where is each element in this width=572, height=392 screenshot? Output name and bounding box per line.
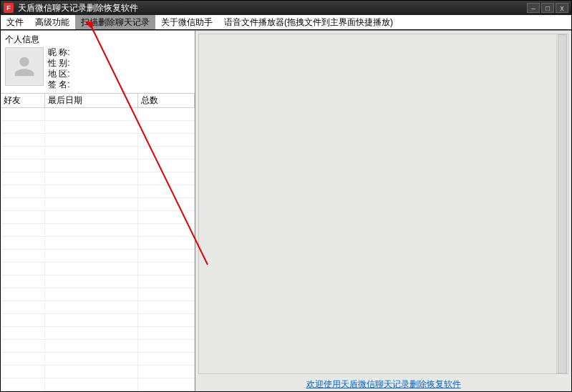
table-row[interactable] xyxy=(1,378,195,391)
menu-file[interactable]: 文件 xyxy=(1,15,29,29)
table-body[interactable] xyxy=(1,108,195,391)
table-row[interactable] xyxy=(1,275,195,288)
table-row[interactable] xyxy=(1,185,195,198)
table-row[interactable] xyxy=(1,108,195,121)
main-content: 个人信息 昵 称: 性 别: 地 区: 签 名: xyxy=(1,30,571,391)
table-row[interactable] xyxy=(1,301,195,314)
column-header-last-date[interactable]: 最后日期 xyxy=(45,94,138,107)
menu-voice-player[interactable]: 语音文件播放器(拖拽文件到主界面快捷播放) xyxy=(218,15,399,29)
avatar xyxy=(5,47,44,86)
minimize-button[interactable]: – xyxy=(527,3,540,13)
column-header-friend[interactable]: 好友 xyxy=(1,94,45,107)
table-row[interactable] xyxy=(1,147,195,160)
app-logo-icon: F xyxy=(4,3,14,13)
table-row[interactable] xyxy=(1,121,195,134)
table-row[interactable] xyxy=(1,353,195,366)
chat-content-area[interactable] xyxy=(198,34,568,374)
table-header: 好友 最后日期 总数 xyxy=(1,94,195,108)
profile-section: 个人信息 昵 称: 性 别: 地 区: 签 名: xyxy=(1,31,195,94)
footer-link-area: 欢迎使用天盾微信聊天记录删除恢复软件 xyxy=(195,377,571,391)
table-row[interactable] xyxy=(1,160,195,172)
vertical-scrollbar[interactable] xyxy=(556,34,568,373)
menubar: 文件 高级功能 扫描删除聊天记录 关于微信助手 语音文件播放器(拖拽文件到主界面… xyxy=(1,15,571,30)
maximize-button[interactable]: □ xyxy=(541,3,554,13)
window-controls: – □ x xyxy=(527,3,568,13)
table-row[interactable] xyxy=(1,172,195,185)
table-row[interactable] xyxy=(1,288,195,301)
profile-fields: 昵 称: 性 别: 地 区: 签 名: xyxy=(48,47,70,90)
column-header-count[interactable]: 总数 xyxy=(138,94,195,107)
table-row[interactable] xyxy=(1,327,195,340)
friends-table: 好友 最后日期 总数 xyxy=(1,94,195,391)
table-row[interactable] xyxy=(1,366,195,378)
table-row[interactable] xyxy=(1,224,195,237)
profile-signature-label: 签 名: xyxy=(48,79,70,90)
profile-section-title: 个人信息 xyxy=(5,34,190,46)
table-row[interactable] xyxy=(1,211,195,224)
menu-about[interactable]: 关于微信助手 xyxy=(155,15,218,29)
window-title: 天盾微信聊天记录删除恢复软件 xyxy=(18,2,527,14)
titlebar: F 天盾微信聊天记录删除恢复软件 – □ x xyxy=(1,1,571,15)
close-button[interactable]: x xyxy=(556,3,568,13)
table-row[interactable] xyxy=(1,263,195,275)
table-row[interactable] xyxy=(1,250,195,263)
avatar-placeholder-icon xyxy=(10,52,39,81)
profile-gender-label: 性 别: xyxy=(48,58,70,69)
table-row[interactable] xyxy=(1,198,195,211)
right-panel: 欢迎使用天盾微信聊天记录删除恢复软件 xyxy=(195,31,571,391)
left-panel: 个人信息 昵 称: 性 别: 地 区: 签 名: xyxy=(1,31,195,391)
scrollbar-thumb[interactable] xyxy=(558,34,567,373)
table-row[interactable] xyxy=(1,314,195,327)
table-row[interactable] xyxy=(1,134,195,147)
table-row[interactable] xyxy=(1,237,195,250)
menu-advanced[interactable]: 高级功能 xyxy=(29,15,75,29)
profile-nickname-label: 昵 称: xyxy=(48,47,70,58)
welcome-link[interactable]: 欢迎使用天盾微信聊天记录删除恢复软件 xyxy=(306,378,461,391)
table-row[interactable] xyxy=(1,340,195,353)
profile-region-label: 地 区: xyxy=(48,69,70,79)
menu-scan-deleted-records[interactable]: 扫描删除聊天记录 xyxy=(75,15,155,29)
